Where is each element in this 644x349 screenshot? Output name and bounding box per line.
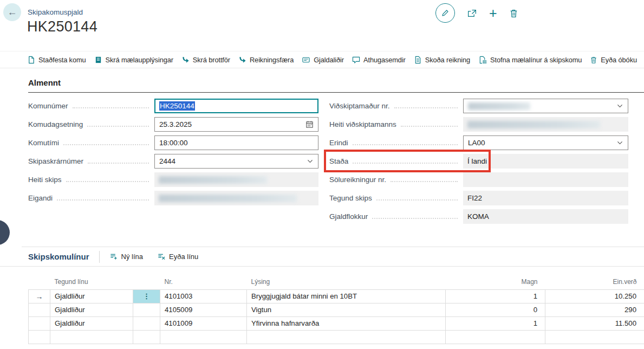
redacted-value	[159, 176, 267, 184]
action-view-invoice[interactable]: Skoða reikning	[414, 56, 470, 64]
delete-record-button[interactable]	[509, 9, 518, 18]
table-header-row: Tegund línu Nr. Lýsing Magn Ein.verð	[29, 274, 644, 289]
back-arrow-icon: ←	[8, 7, 17, 18]
col-unit-price[interactable]: Ein.verð	[545, 274, 644, 289]
col-row-indicator	[29, 274, 50, 289]
redacted-value	[159, 195, 297, 202]
calendar-icon[interactable]	[305, 120, 314, 128]
selected-text: HK250144	[159, 101, 195, 111]
redacted-value	[468, 102, 530, 110]
table-row[interactable]: Gjaldliður 4101009 Yfirvinna hafnarvarða…	[29, 316, 644, 330]
col-qty[interactable]: Magn	[446, 274, 545, 289]
action-delete-unposted[interactable]: Eyða óbóku	[590, 56, 637, 64]
curved-arrow-icon	[181, 56, 190, 64]
action-register-departure[interactable]: Skrá brottför	[181, 56, 230, 64]
ledger-icon	[94, 56, 102, 64]
heiti-skips-value	[154, 172, 318, 187]
field-solureikningur-nr: Sölureikningur nr.	[329, 172, 628, 187]
skipaskrarnumer-input[interactable]: 2444	[154, 154, 318, 169]
field-eigandi: Eigandi	[28, 191, 318, 205]
komudagsetning-input[interactable]: 25.3.2025	[154, 117, 318, 132]
edit-button[interactable]	[435, 3, 455, 23]
redacted-value	[467, 121, 600, 128]
action-confirm-arrival[interactable]: Staðfesta komu	[27, 56, 86, 64]
erindi-input[interactable]: LA00	[463, 135, 628, 150]
document-check-icon	[27, 56, 35, 64]
comment-icon	[352, 56, 360, 64]
trash-icon	[590, 56, 597, 64]
field-skipaskrarnumer: Skipaskrárnúmer 2444	[28, 154, 318, 169]
command-bar: Staðfesta komu Skrá mælaupplýsingar Skrá…	[0, 51, 644, 68]
document-icon	[414, 56, 422, 64]
new-record-button[interactable]: +	[489, 7, 497, 20]
field-komutimi: Komutími 18:00:00	[28, 135, 318, 150]
tegund-skips-value: FI22	[463, 191, 628, 205]
action-invoice[interactable]: Reikningsfæra	[238, 56, 294, 64]
col-row-actions	[133, 274, 160, 289]
divider	[99, 251, 100, 263]
table-row-empty[interactable]	[29, 330, 644, 344]
section-title-general: Almennt	[28, 78, 644, 93]
delete-line-button[interactable]: Eyða línu	[157, 253, 198, 261]
plus-icon: +	[489, 7, 497, 20]
field-gjaldflokkur: Gjaldflokkur KOMA	[329, 209, 628, 224]
curved-arrow-icon	[238, 56, 246, 64]
stada-value: Í landi	[463, 154, 628, 169]
action-create-meter-lines[interactable]: Stofna mælalínur á skipskomu	[478, 56, 582, 64]
active-row-arrow-icon: →	[29, 289, 50, 303]
field-stada: Staða Í landi	[329, 154, 628, 169]
solureikningur-value	[463, 172, 628, 187]
komunumer-input[interactable]: HK250144	[154, 99, 318, 113]
breadcrumb[interactable]: Skipakomuspjald	[28, 8, 83, 16]
row-actions-kebab-icon[interactable]: ⋮	[133, 289, 160, 303]
field-erindi: Erindi LA00	[329, 135, 628, 150]
table-row[interactable]: Gjaldliður 4105009 Vigtun 0 290	[29, 303, 644, 316]
delete-line-icon	[157, 253, 166, 261]
gjaldflokkur-value: KOMA	[463, 209, 628, 224]
share-button[interactable]	[467, 9, 477, 18]
field-vidskiptamadur-nr: Viðskiptamaður nr.	[329, 99, 628, 113]
chevron-down-icon[interactable]	[307, 158, 314, 165]
lines-toolbar: Skipskomulínur Ný lína Eyða línu	[0, 247, 644, 267]
card-list-icon	[302, 56, 310, 64]
side-panel-fab[interactable]	[0, 220, 10, 245]
field-komunumer: Komunúmer HK250144	[28, 99, 318, 113]
chevron-down-icon[interactable]	[616, 139, 623, 146]
field-heiti-vidskiptamanns: Heiti viðskiptamanns	[329, 117, 628, 132]
general-form: Komunúmer HK250144 Komudagsetning 25.3.2…	[28, 99, 628, 228]
chevron-down-icon[interactable]	[616, 102, 623, 109]
eigandi-value	[154, 191, 318, 205]
pencil-icon	[441, 9, 450, 17]
vidskiptamadur-input[interactable]	[463, 99, 628, 113]
ship-arrival-card-page: ← Skipakomuspjald HK250144 + Staðfesta k…	[0, 0, 644, 349]
header-actions: +	[435, 3, 518, 23]
action-register-meter-info[interactable]: Skrá mælaupplýsingar	[94, 56, 173, 64]
lines-section-title: Skipskomulínur	[28, 252, 89, 261]
heiti-vidskiptamanns-value	[463, 117, 628, 132]
lines-table: Tegund línu Nr. Lýsing Magn Ein.verð → G…	[28, 274, 644, 344]
field-tegund-skips: Tegund skips FI22	[329, 191, 628, 205]
col-no[interactable]: Nr.	[160, 274, 247, 289]
col-line-type[interactable]: Tegund línu	[50, 274, 133, 289]
new-line-icon	[109, 253, 118, 261]
page-title: HK250144	[27, 18, 97, 35]
table-row[interactable]: → Gjaldliður ⋮ 4101003 Bryggjugjald báta…	[29, 289, 644, 303]
action-comments[interactable]: Athugasemdir	[352, 56, 406, 64]
komutimi-input[interactable]: 18:00:00	[154, 135, 318, 150]
action-charge-items[interactable]: Gjaldaliðir	[302, 56, 344, 64]
share-icon	[467, 9, 477, 18]
document-table-icon	[478, 56, 487, 64]
field-heiti-skips: Heiti skips	[28, 172, 318, 187]
back-button[interactable]: ←	[3, 3, 21, 21]
field-komudagsetning: Komudagsetning 25.3.2025	[28, 117, 318, 132]
new-line-button[interactable]: Ný lína	[109, 253, 143, 261]
col-description[interactable]: Lýsing	[247, 274, 446, 289]
trash-icon	[509, 9, 518, 18]
